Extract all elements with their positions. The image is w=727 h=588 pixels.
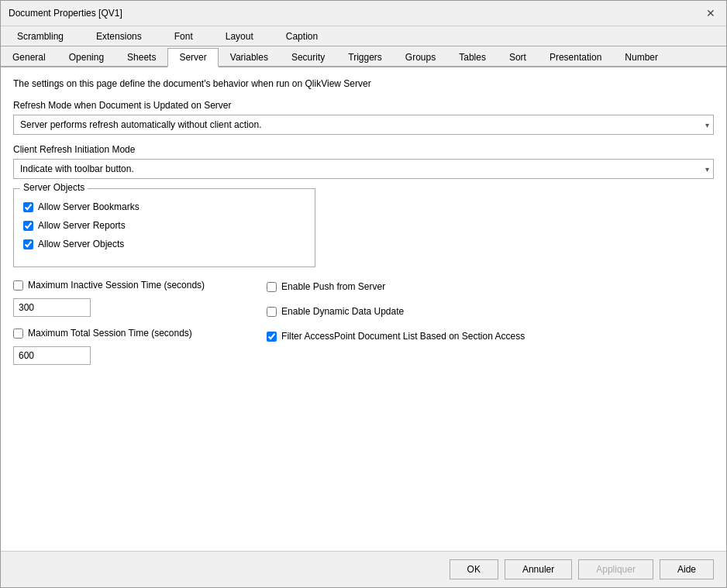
info-text: The settings on this page define the doc…: [13, 78, 714, 89]
tab-variables[interactable]: Variables: [219, 48, 280, 66]
bottom-section: Maximum Inactive Session Time (seconds) …: [13, 280, 714, 365]
refresh-mode-section: Refresh Mode when Document is Updated on…: [13, 100, 714, 135]
help-button[interactable]: Aide: [660, 559, 714, 579]
enable-push-row[interactable]: Enable Push from Server: [267, 281, 525, 292]
allow-server-reports-label: Allow Server Reports: [38, 220, 126, 231]
tab-server[interactable]: Server: [167, 48, 218, 67]
server-objects-legend: Server Objects: [20, 182, 88, 193]
allow-server-objects-label: Allow Server Objects: [38, 239, 124, 249]
max-total-checkbox[interactable]: [13, 328, 23, 339]
tab-sheets[interactable]: Sheets: [115, 48, 167, 66]
max-total-row[interactable]: Maximum Total Session Time (seconds): [13, 328, 205, 339]
tab-triggers[interactable]: Triggers: [336, 48, 394, 66]
bottom-tab-row: General Opening Sheets Server Variables …: [1, 46, 726, 67]
left-section: Maximum Inactive Session Time (seconds) …: [13, 280, 205, 365]
enable-dynamic-label: Enable Dynamic Data Update: [281, 306, 404, 317]
server-objects-group: Server Objects Allow Server Bookmarks Al…: [13, 188, 315, 267]
client-refresh-dropdown-wrapper: Indicate with toolbar button. Refresh au…: [13, 159, 714, 179]
tab-general[interactable]: General: [1, 48, 57, 66]
client-refresh-select[interactable]: Indicate with toolbar button. Refresh au…: [13, 159, 714, 179]
client-refresh-section: Client Refresh Initiation Mode Indicate …: [13, 144, 714, 179]
refresh-mode-dropdown-wrapper: Server performs refresh automatically wi…: [13, 115, 714, 135]
allow-server-objects-row[interactable]: Allow Server Objects: [23, 239, 305, 249]
allow-server-bookmarks-checkbox[interactable]: [23, 202, 33, 212]
enable-push-checkbox[interactable]: [267, 282, 277, 292]
tab-top-scrambling[interactable]: Scrambling: [1, 26, 80, 46]
max-total-group: Maximum Total Session Time (seconds): [13, 328, 205, 365]
max-total-label: Maximum Total Session Time (seconds): [28, 328, 192, 339]
right-section: Enable Push from Server Enable Dynamic D…: [267, 281, 525, 365]
tab-groups[interactable]: Groups: [394, 48, 447, 66]
filter-accesspoint-row[interactable]: Filter AccessPoint Document List Based o…: [267, 331, 525, 342]
tab-security[interactable]: Security: [280, 48, 336, 66]
tab-opening[interactable]: Opening: [57, 48, 115, 66]
max-total-input[interactable]: [13, 346, 91, 365]
tab-sort[interactable]: Sort: [498, 48, 538, 66]
allow-server-objects-checkbox[interactable]: [23, 239, 33, 249]
close-button[interactable]: ✕: [703, 5, 718, 21]
refresh-mode-select[interactable]: Server performs refresh automatically wi…: [13, 115, 714, 135]
allow-server-bookmarks-row[interactable]: Allow Server Bookmarks: [23, 201, 305, 212]
window-title: Document Properties [QV1]: [9, 8, 122, 19]
enable-dynamic-checkbox[interactable]: [267, 307, 277, 317]
filter-accesspoint-checkbox[interactable]: [267, 332, 277, 342]
main-window: Document Properties [QV1] ✕ Scrambling E…: [0, 0, 727, 588]
filter-accesspoint-label: Filter AccessPoint Document List Based o…: [281, 331, 525, 342]
allow-server-reports-row[interactable]: Allow Server Reports: [23, 220, 305, 231]
max-inactive-group: Maximum Inactive Session Time (seconds): [13, 280, 205, 317]
refresh-mode-label: Refresh Mode when Document is Updated on…: [13, 100, 714, 111]
client-refresh-label: Client Refresh Initiation Mode: [13, 144, 714, 155]
max-inactive-input[interactable]: [13, 298, 91, 317]
tab-top-layout[interactable]: Layout: [209, 26, 270, 46]
allow-server-bookmarks-label: Allow Server Bookmarks: [38, 201, 140, 212]
allow-server-reports-checkbox[interactable]: [23, 221, 33, 231]
tab-number[interactable]: Number: [613, 48, 670, 66]
tab-top-extensions[interactable]: Extensions: [80, 26, 158, 46]
enable-push-label: Enable Push from Server: [281, 281, 385, 292]
apply-button[interactable]: Appliquer: [578, 559, 653, 579]
tab-top-caption[interactable]: Caption: [270, 26, 334, 46]
content-area: The settings on this page define the doc…: [1, 67, 726, 551]
tab-presentation[interactable]: Presentation: [538, 48, 613, 66]
tab-tables[interactable]: Tables: [447, 48, 498, 66]
max-inactive-checkbox[interactable]: [13, 280, 23, 291]
max-inactive-label: Maximum Inactive Session Time (seconds): [28, 280, 205, 291]
cancel-button[interactable]: Annuler: [505, 559, 572, 579]
footer: OK Annuler Appliquer Aide: [1, 551, 726, 587]
enable-dynamic-row[interactable]: Enable Dynamic Data Update: [267, 306, 525, 317]
top-tab-row: Scrambling Extensions Font Layout Captio…: [1, 26, 726, 46]
tab-top-font[interactable]: Font: [158, 26, 209, 46]
max-inactive-row[interactable]: Maximum Inactive Session Time (seconds): [13, 280, 205, 291]
title-bar: Document Properties [QV1] ✕: [1, 1, 726, 26]
ok-button[interactable]: OK: [450, 559, 498, 579]
